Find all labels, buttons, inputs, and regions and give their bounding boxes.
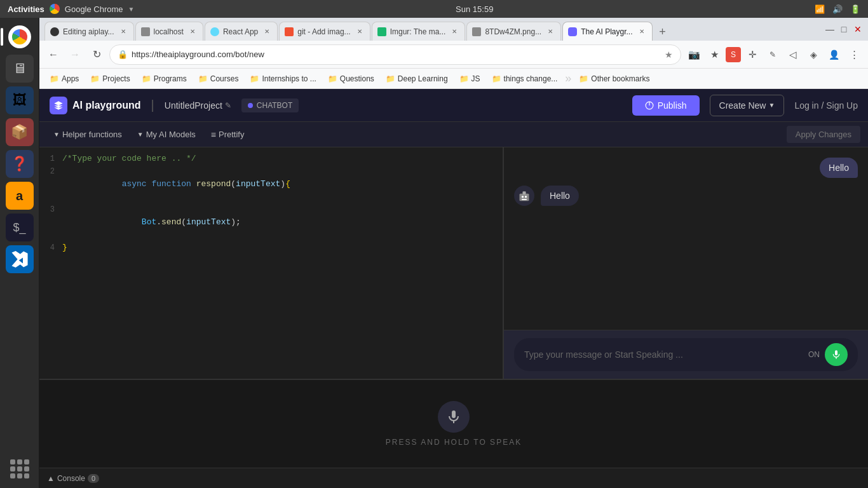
tab-8tdw[interactable]: 8TDw4ZM.png... ✕	[466, 22, 561, 41]
prettify-icon: ≡	[211, 130, 216, 140]
os-activities-label[interactable]: Activities	[8, 4, 44, 14]
tab-favicon-git	[285, 27, 294, 36]
minimize-button[interactable]: —	[825, 24, 835, 34]
sidebar-icon-chrome[interactable]	[6, 23, 34, 51]
chat-area: Hello Hello	[503, 147, 868, 379]
tab-git[interactable]: git - Add imag... ✕	[279, 22, 370, 41]
os-sidebar: 🖥 🖼 📦 ❓ a $_	[0, 18, 39, 488]
my-ai-models-arrow: ▼	[137, 131, 144, 138]
login-button[interactable]: Log in / Sign Up	[794, 100, 858, 111]
bookmark-deeplearning-icon: 📁	[386, 74, 395, 83]
line-code-2: async function respond(inputText){	[62, 165, 290, 203]
press-hold-mic[interactable]	[438, 401, 470, 433]
bookmark-projects[interactable]: 📁 Projects	[85, 72, 135, 86]
my-ai-models-button[interactable]: ▼ My AI Models	[131, 126, 202, 143]
tab-react[interactable]: React App ✕	[205, 22, 278, 41]
bookmark-deeplearning[interactable]: 📁 Deep Learning	[381, 72, 453, 86]
extension2-button[interactable]: ✛	[743, 46, 761, 64]
create-new-arrow: ▼	[768, 102, 775, 109]
publish-icon	[645, 101, 654, 110]
publish-button[interactable]: Publish	[632, 95, 700, 116]
os-dropdown-arrow[interactable]: ▼	[128, 6, 135, 13]
tab-ai-close[interactable]: ✕	[637, 27, 647, 37]
svg-rect-5	[522, 199, 527, 200]
logo-icon	[50, 97, 67, 114]
project-edit-icon[interactable]: ✎	[225, 101, 231, 110]
tab-gh-label: Editing aiplay...	[63, 27, 114, 36]
back-button[interactable]: ←	[44, 46, 62, 64]
sidebar-icon-monitor[interactable]: 🖥	[6, 55, 34, 83]
sidebar-icon-terminal[interactable]: $_	[6, 214, 34, 241]
console-button[interactable]: ▲ Console 0	[47, 474, 99, 483]
tab-gh[interactable]: Editing aiplay... ✕	[44, 22, 134, 41]
extension4-button[interactable]: ◁	[784, 46, 802, 64]
address-bar[interactable]: 🔒 https://theaiplayground.com/bot/new ★	[109, 44, 681, 65]
tab-react-close[interactable]: ✕	[262, 27, 272, 37]
bookmark-button[interactable]: ★	[705, 46, 723, 64]
tab-8tdw-close[interactable]: ✕	[545, 27, 555, 37]
helper-functions-label: Helper functions	[62, 130, 122, 139]
bookmark-other-label: Other bookmarks	[591, 74, 649, 83]
window-controls: — □ ✕	[820, 18, 868, 41]
tab-ai[interactable]: The AI Playgr... ✕	[562, 22, 652, 41]
bookmark-things[interactable]: 📁 things change...	[487, 72, 563, 86]
bookmark-other[interactable]: 📁 Other bookmarks	[574, 72, 654, 86]
bookmark-courses[interactable]: 📁 Courses	[193, 72, 244, 86]
press-hold-text: PRESS AND HOLD TO SPEAK	[386, 438, 522, 447]
tab-ai-label: The AI Playgr...	[581, 27, 632, 36]
bookmark-questions[interactable]: 📁 Questions	[323, 72, 379, 86]
extension5-button[interactable]: ◈	[804, 46, 822, 64]
sidebar-icon-image[interactable]: 🖼	[6, 86, 34, 114]
extension3-button[interactable]: ✎	[764, 46, 782, 64]
bookmark-programs[interactable]: 📁 Programs	[137, 72, 192, 86]
bot-message-text-1: Hello	[550, 191, 570, 201]
sidebar-icon-package[interactable]: 📦	[6, 118, 34, 146]
tab-local[interactable]: localhost ✕	[135, 22, 203, 41]
chatbot-label: CHATBOT	[257, 101, 292, 110]
tab-local-close[interactable]: ✕	[187, 27, 198, 37]
chat-input[interactable]	[524, 349, 803, 360]
tab-gh-close[interactable]: ✕	[118, 27, 128, 37]
extension1-button[interactable]: S	[726, 47, 741, 62]
apply-changes-button[interactable]: Apply Changes	[787, 126, 860, 143]
prettify-button[interactable]: ≡ Prettify	[205, 126, 251, 144]
sidebar-icon-help[interactable]: ❓	[6, 150, 34, 178]
close-button[interactable]: ✕	[853, 24, 863, 34]
code-line-4: 4 }	[39, 241, 503, 254]
menu-button[interactable]: ⋮	[845, 46, 863, 64]
create-new-button[interactable]: Create New ▼	[710, 95, 785, 116]
cast-button[interactable]: 📷	[685, 46, 703, 64]
helper-functions-button[interactable]: ▼ Helper functions	[47, 126, 128, 143]
sidebar-icon-apps[interactable]	[6, 455, 34, 483]
os-time: Sun 15:59	[456, 4, 493, 14]
mic-button[interactable]	[825, 343, 848, 366]
tab-git-close[interactable]: ✕	[355, 27, 365, 37]
bookmark-things-icon: 📁	[492, 74, 501, 83]
bookmark-star-icon[interactable]: ★	[665, 50, 673, 60]
bookmark-deeplearning-label: Deep Learning	[398, 74, 448, 83]
code-editor[interactable]: 1 /*Type your code here .. */ 2 async fu…	[39, 147, 503, 379]
tab-imgur[interactable]: Imgur: The ma... ✕	[372, 22, 466, 41]
bookmarks-bar: 📁 Apps 📁 Projects 📁 Programs 📁 Courses 📁…	[39, 69, 868, 89]
chatbot-dot	[248, 103, 253, 108]
sidebar-icon-amazon[interactable]: a	[6, 182, 34, 210]
bookmark-apps[interactable]: 📁 Apps	[44, 72, 84, 86]
lock-icon: 🔒	[118, 50, 128, 59]
forward-button[interactable]: →	[66, 46, 84, 64]
bookmark-js[interactable]: 📁 JS	[454, 72, 485, 86]
bot-avatar	[514, 186, 534, 206]
sidebar-icon-vscode[interactable]	[6, 245, 34, 273]
tab-imgur-close[interactable]: ✕	[449, 27, 459, 37]
user-message-1: Hello	[820, 158, 858, 178]
profile-button[interactable]: 👤	[825, 46, 843, 64]
bot-message-1: Hello	[514, 186, 579, 206]
battery-icon: 🔋	[850, 4, 860, 14]
bookmark-js-icon: 📁	[459, 74, 469, 83]
svg-point-3	[522, 196, 524, 198]
new-tab-button[interactable]: +	[654, 23, 672, 41]
maximize-button[interactable]: □	[839, 24, 849, 34]
reload-button[interactable]: ↻	[88, 46, 105, 64]
bookmark-programs-icon: 📁	[142, 74, 151, 83]
project-name[interactable]: UntitledProject ✎	[165, 100, 231, 111]
bookmark-internships[interactable]: 📁 Internships to ...	[245, 72, 321, 86]
